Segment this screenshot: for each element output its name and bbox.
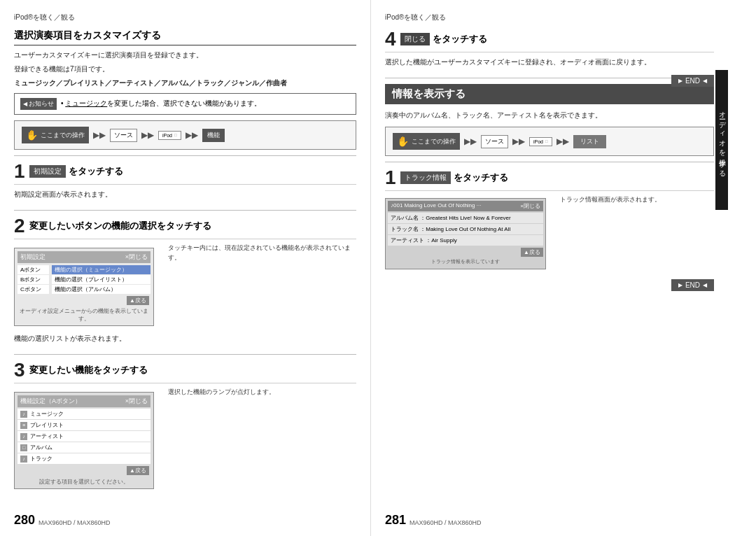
divider2: [14, 210, 356, 211]
step3-content: 機能設定（Aボタン） ×閉じる ♪ ミュージック ≡ プレイリスト ♪ アーティ…: [14, 388, 356, 493]
step2-footer: オーディオ設定メニューからの機能を表示しています。: [18, 306, 150, 323]
step2-1-number: 1: [385, 168, 396, 188]
hand-icon: ✋: [26, 129, 38, 141]
notice-label: お知らせ: [29, 99, 54, 108]
step4-section: 4 閉じる をタッチする 選択した機能がユーザーカスタマイズキーに登録され、オー…: [385, 29, 714, 68]
right-source-box: ソース: [481, 135, 508, 148]
music-list: ミュージック／プレイリスト／アーティスト／アルバム／トラック／ジャンル／作曲者: [14, 78, 356, 89]
right-hand-icon: ✋: [397, 136, 409, 147]
step4-title-box: 閉じる: [400, 33, 430, 45]
step3-back-btn: ▲戻る: [127, 466, 149, 475]
right-header: iPod®を聴く／観る: [385, 13, 714, 22]
track-row-artist: アーティスト ：Air Supply: [388, 235, 543, 246]
step2-side-note: タッチキー内には、現在設定されている機能名が表示されています。: [168, 244, 356, 262]
step4-title-suffix: をタッチする: [433, 33, 487, 45]
row-b: Bボタン: [18, 275, 49, 284]
step2-1-header: 1 トラック情報 をタッチする: [385, 168, 714, 191]
track-row-album: アルバム名 ：Greatest Hits Live! Now & Forever: [388, 213, 543, 223]
fn-icon-album: □: [20, 444, 27, 451]
step2-note-col: タッチキー内には、現在設定されている機能名が表示されています。: [161, 244, 356, 330]
fn-music: 機能の選択（ミュージック）: [52, 265, 150, 274]
track-footer: ▲戻る: [388, 246, 543, 257]
source-box: ソース: [110, 129, 137, 142]
fn-row-track: ♪ トラック: [18, 453, 150, 464]
notice-box: お知らせ • ミュージックミュージックを変更した場合、選択できない機能があります…: [14, 93, 356, 115]
step2-right-fns: 機能の選択（ミュージック） 機能の選択（プレイリスト） 機能の選択（アルバム）: [52, 265, 150, 295]
left-model: MAX960HD / MAX860HD: [38, 519, 111, 526]
divider3: [14, 354, 356, 355]
step3-side-note: 選択した機能のランプが点灯します。: [168, 388, 356, 397]
step2-rows: Aボタン Bボタン Cボタン 機能の選択（ミュージック）: [18, 265, 150, 295]
step2-title: 変更したいボタンの機能の選択をタッチする: [29, 220, 211, 232]
track-footer-note: トラック情報を表示しています: [388, 257, 543, 267]
step2-back: ▲戻る: [18, 295, 150, 306]
step2-1-section: 1 トラック情報 をタッチする ♪001 Making Love Out Of …: [385, 168, 714, 272]
fn-icon-playlist: ≡: [20, 422, 27, 429]
ipod-icon: □: [174, 133, 177, 137]
track-info-screen: ♪001 Making Love Out Of Nothing ··· ×閉じる…: [385, 198, 546, 269]
step2-1-side-note: トラック情報画面が表示されます。: [560, 195, 714, 205]
step3-number: 3: [14, 360, 25, 380]
step2-screen-col: 初期設定 ×閉じる Aボタン Bボタン Cボタン: [14, 244, 154, 330]
fn-album: 機能の選択（アルバム）: [52, 285, 150, 294]
step1-header: 1 初期設定 をタッチする: [14, 162, 356, 185]
right-ipod-box: iPod □: [529, 137, 552, 146]
track-back-btn: ▲戻る: [521, 248, 543, 257]
step3-screen-col: 機能設定（Aボタン） ×閉じる ♪ ミュージック ≡ プレイリスト ♪ アーティ…: [14, 388, 154, 493]
fn-icon-artist: ♪: [20, 433, 27, 440]
step2-screen: 初期設定 ×閉じる Aボタン Bボタン Cボタン: [14, 248, 154, 326]
end-box2: END: [671, 279, 714, 291]
step2-1-title-suffix: をタッチする: [454, 171, 508, 184]
intro-text2: 登録できる機能は7項目です。: [14, 64, 356, 75]
step3-screen-header: 機能設定（Aボタン） ×閉じる: [18, 395, 150, 407]
track-header: ♪001 Making Love Out Of Nothing ··· ×閉じる: [388, 201, 543, 211]
step2-screen-header: 初期設定 ×閉じる: [18, 251, 150, 263]
right-model: MAX960HD / MAX860HD: [410, 519, 482, 526]
right-arrow2: ▶▶: [512, 136, 525, 146]
fn-row-music: ♪ ミュージック: [18, 409, 150, 419]
right-ipod-label: iPod: [533, 139, 543, 144]
step2-header: 2 変更したいボタンの機能の選択をタッチする: [14, 216, 356, 239]
step2-number: 2: [14, 216, 25, 236]
step1-title-suffix: をタッチする: [69, 165, 123, 178]
fn-icon-track: ♪: [20, 456, 27, 463]
intro-text1: ユーザーカスタマイズキーに選択演奏項目を登録できます。: [14, 50, 356, 61]
arrow-right2: ▶▶: [141, 130, 154, 140]
function-box: 機能: [202, 129, 225, 142]
notice-text: • ミュージックミュージックを変更した場合、選択できない機能があります。を変更し…: [61, 98, 261, 108]
right-divider2: [385, 162, 714, 162]
right-page: iPod®を聴く／観る 4 閉じる をタッチする 選択した機能がユーザーカスタマ…: [371, 0, 728, 536]
step3-screen: 機能設定（Aボタン） ×閉じる ♪ ミュージック ≡ プレイリスト ♪ アーティ…: [14, 392, 154, 489]
main-title: 選択演奏項目をカスタマイズする: [14, 29, 356, 45]
step2-1-content: ♪001 Making Love Out Of Nothing ··· ×閉じる…: [385, 195, 714, 272]
right-operation-label: ✋ ここまでの操作: [393, 133, 460, 150]
step2-desc: 機能の選択リストが表示されます。: [14, 333, 356, 344]
step3-back: ▲戻る: [18, 465, 150, 477]
section2-desc: 演奏中のアルバム名、トラック名、アーティスト名を表示できます。: [385, 110, 714, 121]
list-box: リスト: [573, 135, 606, 148]
step2-1-title-box: トラック情報: [400, 171, 451, 184]
left-header-text: iPod®を聴く／観る: [14, 13, 75, 22]
row-c: Cボタン: [18, 285, 49, 294]
left-page-number: 280: [14, 513, 35, 528]
right-header-text: iPod®を聴く／観る: [385, 13, 446, 22]
track-screen-col: ♪001 Making Love Out Of Nothing ··· ×閉じる…: [385, 195, 546, 272]
fn-row-artist: ♪ アーティスト: [18, 431, 150, 442]
step4-header: 4 閉じる をタッチする: [385, 29, 714, 52]
operation-label: ✋ ここまでの操作: [22, 127, 89, 143]
side-tab: オーディオを操作する: [715, 70, 728, 210]
arrow-right3: ▶▶: [186, 130, 198, 140]
step3-header: 3 変更したい機能をタッチする: [14, 360, 356, 383]
step2-1-note-col: トラック情報画面が表示されます。: [553, 195, 714, 272]
step3-title: 変更したい機能をタッチする: [29, 364, 148, 376]
right-divider1: [385, 78, 714, 78]
divider1: [14, 155, 356, 156]
step2-content: 初期設定 ×閉じる Aボタン Bボタン Cボタン: [14, 244, 356, 330]
step1-number: 1: [14, 162, 25, 181]
step4-number: 4: [385, 29, 396, 49]
arrow-right1: ▶▶: [93, 130, 106, 140]
track-row-track: トラック名 ：Making Love Out Of Nothing At All: [388, 224, 543, 234]
notice-underline: ミュージック: [65, 99, 107, 107]
ipod-box: iPod □: [158, 131, 181, 140]
step1-section: 1 初期設定 をタッチする 初期設定画面が表示されます。: [14, 162, 356, 200]
